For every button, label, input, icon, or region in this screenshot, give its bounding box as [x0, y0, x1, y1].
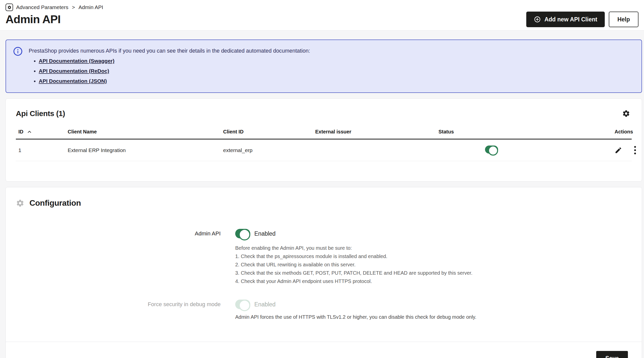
page-title: Admin API [6, 13, 61, 26]
row-actions-menu-button[interactable] [633, 145, 637, 155]
add-new-api-client-button[interactable]: Add new API Client [526, 12, 605, 27]
api-clients-panel-header: Api Clients (1) [6, 99, 642, 118]
help-line: 3. Check that the six methods GET, POST,… [235, 269, 642, 277]
help-button[interactable]: Help [609, 12, 638, 27]
gear-icon [622, 115, 630, 118]
admin-api-toggle-value: Enabled [254, 230, 275, 237]
edit-button[interactable] [615, 147, 622, 154]
kebab-menu-icon [634, 146, 636, 154]
column-header-external-issuer[interactable]: External issuer [313, 124, 436, 139]
breadcrumb: Advanced Parameters > Admin API [6, 4, 638, 11]
info-alert-body: PrestaShop provides numerous APIs if you… [29, 46, 310, 87]
list-item: API Documentation (ReDoc) [39, 67, 310, 75]
main-content: PrestaShop provides numerous APIs if you… [0, 30, 644, 358]
force-security-toggle-value: Enabled [254, 301, 275, 308]
add-new-api-client-label: Add new API Client [544, 16, 597, 23]
api-doc-json-link[interactable]: API Documentation (JSON) [39, 78, 107, 84]
column-header-id[interactable]: ID [16, 124, 65, 139]
configuration-panel-header: Configuration [6, 187, 642, 208]
api-clients-table-wrap: ID Client Name Client ID External issuer… [6, 124, 642, 181]
info-circle-icon [13, 47, 23, 87]
cell-status [436, 139, 612, 161]
api-clients-table: ID Client Name Client ID External issuer… [16, 124, 632, 161]
breadcrumb-separator: > [71, 4, 75, 10]
admin-api-page: Advanced Parameters > Admin API Admin AP… [0, 0, 644, 358]
cell-client-name: External ERP Integration [65, 139, 221, 161]
info-alert: PrestaShop provides numerous APIs if you… [6, 40, 642, 93]
api-documentation-links: API Documentation (Swagger) API Document… [29, 57, 310, 85]
help-line: 1. Check that the ps_apiressources modul… [235, 252, 642, 261]
configuration-footer: Save [6, 342, 642, 358]
sort-ascending-caret-icon [27, 130, 32, 134]
admin-api-field-control: Enabled Before enabling the Admin API, y… [235, 229, 642, 285]
gear-in-square-icon [6, 4, 13, 11]
cell-external-issuer [313, 139, 436, 161]
force-security-field-control: Enabled Admin API forces the use of HTTP… [235, 300, 642, 320]
status-toggle[interactable] [485, 146, 498, 154]
page-header: Advanced Parameters > Admin API Admin AP… [0, 0, 644, 30]
table-row: 1 External ERP Integration external_erp [16, 139, 632, 161]
list-item: API Documentation (JSON) [39, 77, 310, 85]
grid-settings-button[interactable] [622, 110, 630, 118]
column-header-client-name[interactable]: Client Name [65, 124, 221, 139]
cell-actions [612, 139, 632, 161]
admin-api-field-label: Admin API [6, 229, 221, 237]
help-line: 4. Check that your Admin API endpoint us… [235, 277, 642, 285]
force-security-toggle [235, 300, 250, 309]
configuration-form: Admin API Enabled Before enabling the Ad… [6, 229, 642, 320]
breadcrumb-current-page: Admin API [78, 4, 103, 10]
admin-api-field-row: Admin API Enabled Before enabling the Ad… [6, 229, 642, 285]
force-security-help-text: Admin API forces the use of HTTPS with T… [235, 314, 642, 320]
breadcrumb-advanced-parameters[interactable]: Advanced Parameters [16, 4, 68, 10]
column-header-client-id[interactable]: Client ID [221, 124, 313, 139]
configuration-title: Configuration [29, 198, 81, 208]
help-intro: Before enabling the Admin API, you must … [235, 244, 642, 252]
force-security-field-row: Force security in debug mode Enabled Adm… [6, 300, 642, 320]
save-button[interactable]: Save [596, 351, 628, 358]
header-title-row: Admin API Add new API Client Help [6, 12, 638, 27]
column-header-actions: Actions [612, 124, 632, 139]
api-doc-swagger-link[interactable]: API Documentation (Swagger) [39, 58, 114, 64]
info-alert-text: PrestaShop provides numerous APIs if you… [29, 47, 310, 55]
admin-api-toggle[interactable] [235, 229, 250, 238]
table-header-row: ID Client Name Client ID External issuer… [16, 124, 632, 139]
api-clients-panel: Api Clients (1) [6, 98, 642, 182]
configuration-panel: Configuration Admin API Enabled Before e… [6, 187, 642, 358]
list-item: API Documentation (Swagger) [39, 57, 310, 65]
admin-api-help-text: Before enabling the Admin API, you must … [235, 244, 642, 285]
column-header-status[interactable]: Status [436, 124, 612, 139]
column-header-id-label: ID [18, 129, 23, 135]
pencil-icon [615, 151, 622, 155]
api-clients-title: Api Clients (1) [16, 109, 65, 118]
cell-client-id: external_erp [221, 139, 313, 161]
help-line: 2. Check that URL rewriting is available… [235, 261, 642, 269]
cell-id: 1 [16, 139, 65, 161]
force-security-field-label: Force security in debug mode [6, 300, 221, 308]
header-actions: Add new API Client Help [526, 12, 638, 27]
plus-circle-icon [534, 16, 541, 23]
gear-icon [16, 199, 24, 207]
api-doc-redoc-link[interactable]: API Documentation (ReDoc) [39, 68, 109, 74]
